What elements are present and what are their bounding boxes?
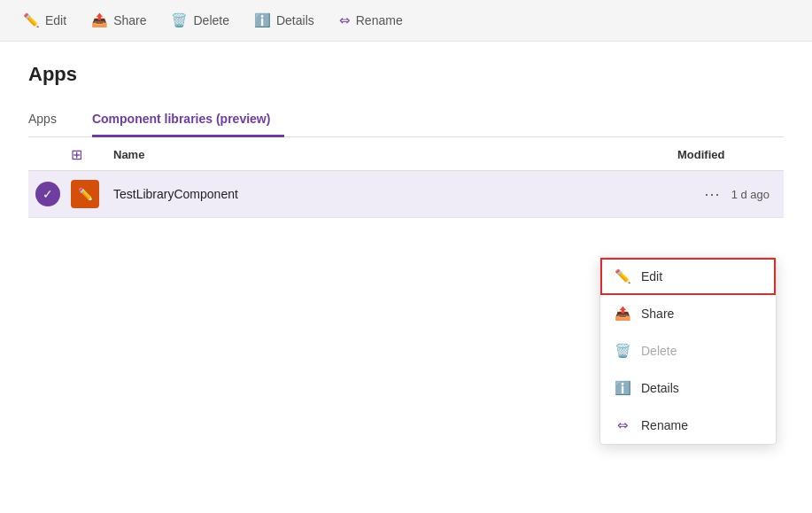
toolbar-share[interactable]: 📤 Share: [89, 9, 148, 32]
context-rename-label: Rename: [641, 418, 688, 432]
toolbar-delete-label: Delete: [193, 13, 228, 27]
tab-apps[interactable]: Apps: [28, 105, 71, 137]
context-edit-label: Edit: [641, 269, 662, 284]
toolbar-details-label: Details: [276, 13, 314, 27]
row-app-icon: ✏️: [71, 180, 113, 208]
app-name: TestLibraryComponent: [113, 187, 677, 201]
tab-component-libraries[interactable]: Component libraries (preview): [92, 105, 284, 137]
context-delete-icon: 🗑️: [615, 343, 630, 359]
toolbar-rename[interactable]: ⇔ Rename: [337, 9, 405, 32]
context-details-icon: ℹ️: [615, 380, 630, 396]
col-modified-header: Modified: [677, 148, 784, 161]
page-content: Apps Apps Component libraries (preview) …: [0, 42, 812, 239]
row-check: ✓: [28, 182, 71, 206]
tabs-bar: Apps Component libraries (preview): [28, 104, 784, 137]
context-share-label: Share: [641, 307, 674, 321]
context-menu-details[interactable]: ℹ️ Details: [600, 369, 776, 407]
toolbar: ✏️ Edit 📤 Share 🗑️ Delete ℹ️ Details ⇔ R…: [0, 0, 812, 42]
col-name-header: Name: [113, 148, 677, 161]
page-title: Apps: [28, 63, 784, 86]
context-delete-label: Delete: [641, 344, 677, 358]
details-icon: ℹ️: [254, 12, 271, 28]
toolbar-share-label: Share: [113, 13, 146, 27]
context-details-label: Details: [641, 381, 679, 395]
modified-date: 1 d ago: [731, 188, 769, 201]
col-icon: ⊞: [71, 146, 113, 163]
toolbar-details[interactable]: ℹ️ Details: [252, 9, 316, 32]
table-header: ⊞ Name Modified: [28, 137, 784, 171]
rename-icon: ⇔: [339, 12, 351, 28]
toolbar-edit-label: Edit: [45, 13, 66, 27]
row-right: ··· 1 d ago: [677, 185, 784, 204]
toolbar-rename-label: Rename: [356, 13, 403, 27]
table: ⊞ Name Modified ✓ ✏️ TestLibraryComponen…: [28, 137, 784, 218]
context-menu-delete[interactable]: 🗑️ Delete: [600, 332, 776, 369]
context-menu-edit[interactable]: ✏️ Edit: [600, 258, 776, 295]
context-rename-icon: ⇔: [615, 417, 630, 433]
toolbar-delete[interactable]: 🗑️ Delete: [169, 9, 230, 32]
context-menu: ✏️ Edit 📤 Share 🗑️ Delete ℹ️ Details ⇔ R…: [599, 257, 777, 445]
context-menu-rename[interactable]: ⇔ Rename: [600, 407, 776, 444]
share-icon: 📤: [91, 12, 108, 28]
delete-icon: 🗑️: [171, 12, 188, 28]
context-edit-icon: ✏️: [615, 268, 630, 284]
edit-icon: ✏️: [23, 12, 40, 28]
app-icon-badge: ✏️: [71, 180, 99, 208]
table-row[interactable]: ✓ ✏️ TestLibraryComponent ··· 1 d ago: [28, 171, 784, 218]
check-circle-icon: ✓: [35, 182, 60, 206]
context-menu-share[interactable]: 📤 Share: [600, 295, 776, 332]
context-share-icon: 📤: [615, 306, 630, 322]
row-ellipsis-button[interactable]: ···: [705, 185, 721, 204]
toolbar-edit[interactable]: ✏️ Edit: [21, 9, 68, 32]
